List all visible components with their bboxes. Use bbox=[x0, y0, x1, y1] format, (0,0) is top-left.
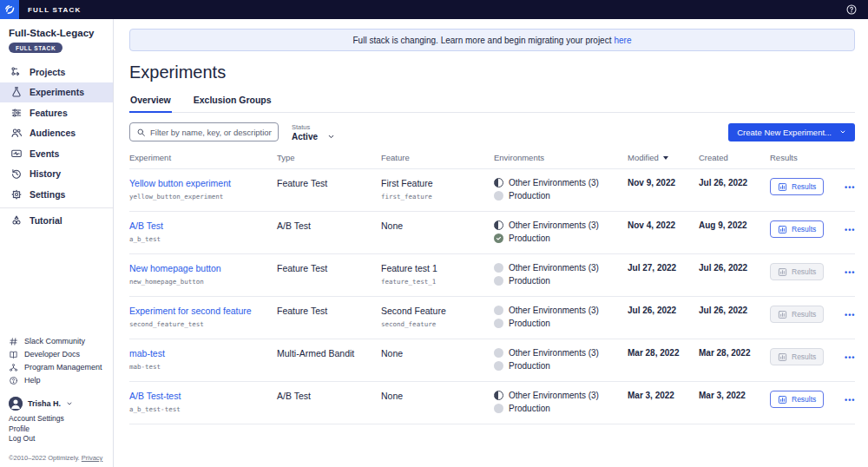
sidebar-divider bbox=[0, 207, 113, 208]
experiment-link[interactable]: Experiment for second feature bbox=[129, 306, 277, 316]
footer-link-developer-docs[interactable]: Developer Docs bbox=[9, 348, 113, 361]
footer-link-help[interactable]: Help bbox=[9, 374, 113, 387]
tab-overview[interactable]: Overview bbox=[129, 95, 172, 112]
feature-name: Second Feature bbox=[381, 306, 494, 316]
row-menu-cell: ••• bbox=[845, 306, 861, 321]
experiment-type: Multi-Armed Bandit bbox=[277, 348, 381, 358]
create-button-label: Create New Experiment... bbox=[737, 128, 832, 137]
column-header-modified[interactable]: Modified bbox=[628, 153, 699, 162]
row-menu-cell: ••• bbox=[845, 178, 861, 194]
results-button[interactable]: Results bbox=[770, 391, 824, 408]
user-menu-item-profile[interactable]: Profile bbox=[9, 424, 113, 433]
column-header-created[interactable]: Created bbox=[699, 153, 770, 162]
row-menu-button[interactable]: ••• bbox=[845, 310, 855, 320]
chevron-down-icon bbox=[327, 133, 335, 141]
sidebar-item-history[interactable]: History bbox=[0, 164, 113, 185]
help-icon[interactable] bbox=[845, 3, 858, 16]
footer-link-label: Developer Docs bbox=[24, 350, 80, 358]
experiment-link[interactable]: Yellow button experiment bbox=[129, 178, 277, 188]
row-menu-button[interactable]: ••• bbox=[845, 225, 855, 235]
column-header-results[interactable]: Results bbox=[770, 153, 845, 162]
sidebar-item-features[interactable]: Features bbox=[0, 102, 113, 123]
experiment-link[interactable]: New homepage button bbox=[129, 263, 277, 273]
modified-date: Mar 3, 2022 bbox=[628, 391, 699, 400]
experiment-link[interactable]: A/B Test bbox=[129, 220, 277, 231]
sidebar-item-settings[interactable]: Settings bbox=[0, 184, 113, 205]
app-root: FULL STACK Full-Stack-Legacy FULL STACK … bbox=[0, 0, 868, 467]
privacy-link[interactable]: Privacy bbox=[82, 454, 103, 462]
feature-cell: None bbox=[381, 348, 494, 358]
status-label: Status bbox=[292, 123, 335, 131]
row-menu-cell: ••• bbox=[845, 348, 861, 364]
create-new-experiment-button[interactable]: Create New Experiment... bbox=[728, 123, 855, 141]
tutorial-icon bbox=[10, 214, 23, 227]
footer-link-program-management[interactable]: Program Management bbox=[9, 361, 113, 374]
status-filter: Status Active bbox=[292, 123, 335, 141]
environments-cell: Other Environments (3)Production bbox=[494, 348, 628, 371]
optimizely-logo[interactable] bbox=[0, 0, 19, 19]
user-menu-toggle[interactable]: Trisha H. bbox=[9, 397, 113, 411]
status-dropdown[interactable]: Active bbox=[292, 132, 335, 141]
row-menu-button[interactable]: ••• bbox=[845, 395, 855, 405]
environment-off-icon bbox=[494, 361, 503, 371]
page-title: Experiments bbox=[129, 62, 855, 82]
environment-label: Production bbox=[509, 191, 550, 201]
experiment-link[interactable]: A/B Test-test bbox=[129, 391, 277, 401]
footer-link-label: Help bbox=[24, 376, 41, 385]
copyright-text: ©2010–2022 Optimizely. bbox=[9, 454, 80, 462]
sidebar-item-events[interactable]: Events bbox=[0, 143, 113, 164]
column-header-environments[interactable]: Environments bbox=[494, 153, 628, 162]
environment-off-icon bbox=[494, 276, 503, 286]
environment-partial-icon bbox=[494, 391, 503, 400]
filter-input[interactable] bbox=[150, 128, 272, 137]
environment-label: Production bbox=[509, 361, 550, 371]
projects-icon bbox=[10, 66, 23, 78]
sidebar-item-label: Settings bbox=[30, 189, 65, 200]
environment-status: Production bbox=[494, 234, 628, 243]
experiment-type: Feature Test bbox=[277, 263, 381, 273]
sidebar-item-audiences[interactable]: Audiences bbox=[0, 123, 113, 144]
row-menu-button[interactable]: ••• bbox=[845, 352, 855, 363]
column-header-type[interactable]: Type bbox=[277, 153, 381, 162]
sidebar-item-experiments[interactable]: Experiments bbox=[0, 82, 113, 103]
environments-cell: Other Environments (3)Production bbox=[494, 263, 628, 286]
chevron-down-icon bbox=[66, 400, 73, 407]
experiment-key: second_feature_test bbox=[129, 320, 277, 328]
column-header-experiment[interactable]: Experiment bbox=[129, 153, 277, 162]
feature-cell: None bbox=[381, 391, 494, 401]
experiment-cell: Yellow button experiment yellow_button_e… bbox=[129, 178, 277, 201]
environment-off-icon bbox=[494, 191, 503, 201]
column-header-feature[interactable]: Feature bbox=[381, 153, 494, 162]
feature-name: None bbox=[381, 348, 494, 358]
sidebar-spacer bbox=[9, 231, 113, 335]
user-menu-item-log-out[interactable]: Log Out bbox=[9, 434, 113, 443]
help-icon bbox=[9, 376, 18, 385]
environment-label: Production bbox=[509, 276, 550, 286]
environment-off-icon bbox=[494, 348, 503, 358]
results-button[interactable]: Results bbox=[770, 178, 824, 195]
sidebar-item-projects[interactable]: Projects bbox=[0, 62, 113, 82]
banner-here-link[interactable]: here bbox=[614, 36, 631, 45]
experiment-cell: mab-test mab-test bbox=[129, 348, 277, 371]
feature-name: None bbox=[381, 220, 494, 231]
environment-label: Other Environments (3) bbox=[509, 178, 599, 187]
modified-date: Jul 26, 2022 bbox=[628, 306, 699, 315]
footer-link-slack-community[interactable]: Slack Community bbox=[9, 335, 113, 348]
book-icon bbox=[9, 350, 18, 359]
project-name: Full-Stack-Legacy bbox=[9, 28, 113, 38]
user-menu-item-account-settings[interactable]: Account Settings bbox=[9, 414, 113, 423]
banner-text: Full stack is changing. Learn more and b… bbox=[353, 36, 612, 45]
sidebar-item-tutorial[interactable]: Tutorial bbox=[0, 211, 113, 232]
tab-exclusion-groups[interactable]: Exclusion Groups bbox=[193, 95, 273, 112]
row-menu-button[interactable]: ••• bbox=[845, 182, 855, 193]
experiment-type: Feature Test bbox=[277, 178, 381, 188]
results-button[interactable]: Results bbox=[770, 220, 824, 238]
modified-date: Jul 27, 2022 bbox=[628, 263, 699, 273]
modified-date: Mar 28, 2022 bbox=[628, 348, 699, 358]
results-button: Results bbox=[770, 263, 824, 280]
experiment-link[interactable]: mab-test bbox=[129, 348, 277, 358]
results-cell: Results bbox=[770, 220, 845, 238]
environments-cell: Other Environments (3)Production bbox=[494, 391, 628, 413]
results-button-label: Results bbox=[792, 225, 816, 234]
row-menu-button[interactable]: ••• bbox=[845, 267, 855, 278]
